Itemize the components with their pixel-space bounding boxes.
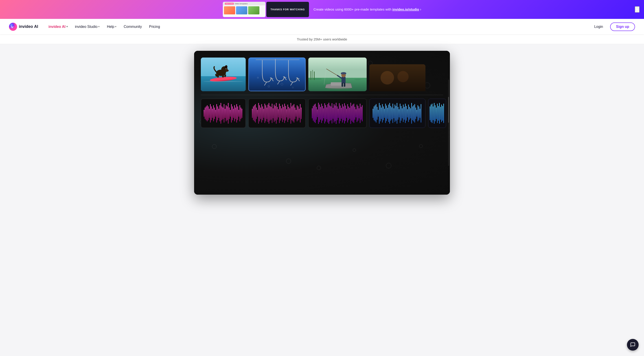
audio-clip-1[interactable] (201, 99, 246, 128)
nav-item-pricing[interactable]: Pricing (146, 23, 163, 31)
preview-card-1: Hot & new Video templates (223, 2, 266, 17)
audio-clip-4[interactable] (369, 99, 426, 128)
svg-rect-126 (294, 107, 295, 119)
svg-rect-234 (435, 105, 436, 121)
svg-rect-59 (215, 110, 216, 117)
svg-rect-174 (354, 107, 355, 120)
svg-rect-53 (209, 109, 210, 118)
clip-fishing-hooks[interactable] (248, 58, 306, 91)
nav-item-community[interactable]: Community (120, 23, 145, 31)
svg-rect-37 (342, 83, 343, 87)
clip-dog-surfing[interactable] (201, 58, 246, 91)
logo-link[interactable]: iv invideo AI (9, 23, 38, 31)
chevron-down-icon-help: ▾ (115, 25, 116, 28)
svg-rect-229 (430, 106, 430, 120)
video-clips-row (201, 58, 443, 91)
svg-rect-176 (356, 104, 357, 122)
svg-rect-38 (344, 83, 345, 87)
trusted-text: Trusted by 25M+ users worldwide (297, 37, 347, 41)
svg-rect-94 (261, 104, 262, 122)
signup-button[interactable]: Sign up (610, 23, 635, 31)
audio-clip-2[interactable] (248, 99, 306, 128)
bubble-14 (353, 148, 356, 152)
svg-text:iv: iv (11, 25, 14, 29)
chat-button[interactable] (627, 339, 638, 350)
svg-rect-119 (288, 104, 288, 122)
svg-rect-51 (207, 105, 208, 121)
svg-rect-104 (272, 104, 272, 123)
waveform-svg-4 (372, 102, 422, 125)
svg-rect-73 (230, 110, 231, 117)
svg-rect-125 (294, 104, 294, 122)
chevron-down-icon-studio: ▾ (98, 25, 100, 28)
banner-text-part1: Create videos using 6000+ pre-made templ… (314, 8, 392, 11)
banner-text-content: Create videos using 6000+ pre-made templ… (314, 8, 421, 11)
svg-rect-160 (340, 105, 340, 121)
svg-rect-241 (442, 106, 443, 121)
chevron-down-icon-invideo: ▾ (66, 25, 68, 28)
svg-rect-155 (335, 105, 336, 121)
clip-fisherman-boat[interactable] (308, 58, 367, 91)
svg-rect-70 (227, 106, 228, 120)
preview-card-header: Hot & new Video templates (223, 2, 265, 6)
audio-clip-3[interactable] (308, 99, 367, 128)
svg-point-30 (354, 79, 361, 80)
svg-rect-175 (356, 109, 356, 118)
svg-rect-88 (255, 104, 256, 122)
main-content (0, 44, 644, 356)
svg-rect-217 (409, 107, 410, 120)
svg-rect-32 (342, 77, 346, 83)
timeline-divider (201, 95, 443, 95)
svg-rect-45 (369, 64, 426, 91)
svg-rect-233 (434, 103, 434, 124)
svg-rect-195 (386, 105, 387, 121)
nav-item-invideo-studio[interactable]: invideo Studio ▾ (72, 23, 103, 31)
svg-rect-66 (222, 107, 223, 119)
clip-dark-partial[interactable] (369, 64, 426, 91)
svg-rect-100 (268, 104, 268, 122)
svg-rect-84 (242, 109, 242, 118)
svg-rect-93 (260, 107, 261, 119)
audio-clip-5[interactable] (428, 99, 446, 128)
nav-label-pricing: Pricing (149, 25, 160, 29)
svg-rect-213 (405, 104, 406, 123)
svg-rect-115 (283, 107, 284, 120)
svg-rect-139 (318, 103, 319, 124)
svg-rect-58 (214, 107, 215, 119)
svg-rect-242 (444, 104, 444, 123)
ripple (203, 81, 244, 82)
svg-rect-121 (290, 108, 290, 118)
svg-rect-183 (374, 106, 374, 120)
nav-item-help[interactable]: Help ▾ (104, 23, 120, 31)
svg-rect-173 (354, 104, 354, 123)
nav-item-invideo-ai[interactable]: invideo AI ▾ (45, 23, 71, 31)
svg-rect-239 (440, 107, 441, 120)
svg-rect-127 (296, 110, 296, 117)
banner-close-button[interactable]: ✕ (635, 6, 640, 13)
svg-rect-109 (277, 107, 278, 120)
svg-rect-137 (316, 107, 316, 120)
svg-rect-230 (430, 104, 431, 122)
svg-rect-129 (298, 106, 298, 120)
nav-label-community: Community (124, 25, 142, 29)
svg-rect-179 (360, 104, 360, 123)
svg-rect-108 (276, 103, 276, 124)
waveform-svg-3 (312, 102, 364, 125)
svg-rect-87 (254, 105, 255, 121)
svg-rect-123 (292, 106, 292, 120)
svg-rect-190 (381, 107, 382, 119)
login-button[interactable]: Login (590, 23, 606, 31)
bubble-12 (212, 144, 216, 149)
svg-rect-204 (396, 106, 396, 121)
svg-rect-199 (390, 106, 391, 121)
banner-link[interactable]: invideo.io/studio (392, 8, 419, 11)
svg-rect-208 (400, 104, 400, 123)
svg-rect-200 (392, 107, 392, 119)
svg-rect-145 (324, 103, 325, 123)
nav-label-help: Help (107, 25, 114, 29)
svg-rect-224 (417, 110, 417, 117)
svg-rect-189 (380, 105, 381, 121)
svg-rect-114 (282, 104, 283, 122)
svg-rect-92 (259, 105, 260, 121)
preview-thumb-1 (224, 6, 235, 14)
